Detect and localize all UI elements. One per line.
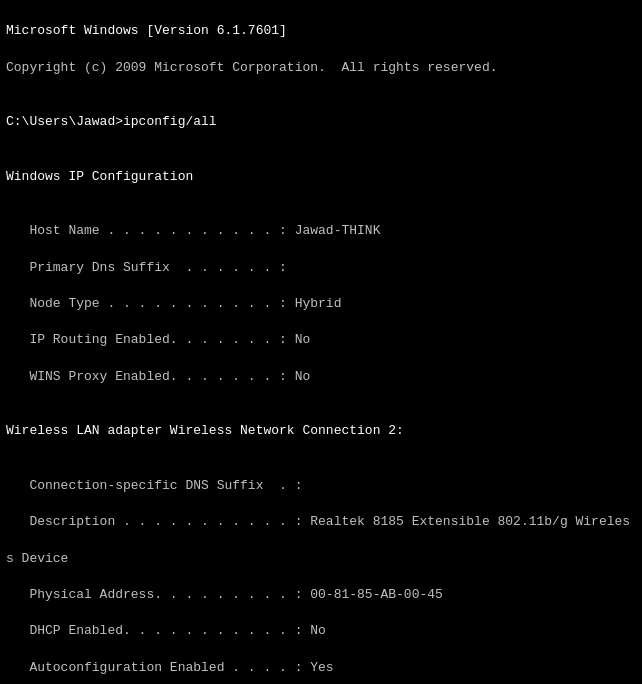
- terminal-line-18: Physical Address. . . . . . . . . : 00-8…: [6, 586, 636, 604]
- terminal-line-17: s Device: [6, 550, 636, 568]
- terminal-line-11: WINS Proxy Enabled. . . . . . . : No: [6, 368, 636, 386]
- terminal-line-3: C:\Users\Jawad>ipconfig/all: [6, 113, 636, 131]
- terminal-window: Microsoft Windows [Version 6.1.7601] Cop…: [0, 0, 642, 684]
- terminal-line-1: Copyright (c) 2009 Microsoft Corporation…: [6, 59, 636, 77]
- terminal-line-20: Autoconfiguration Enabled . . . . : Yes: [6, 659, 636, 677]
- terminal-line-5: Windows IP Configuration: [6, 168, 636, 186]
- terminal-line-15: Connection-specific DNS Suffix . :: [6, 477, 636, 495]
- terminal-line-9: Node Type . . . . . . . . . . . : Hybrid: [6, 295, 636, 313]
- terminal-line-7: Host Name . . . . . . . . . . . : Jawad-…: [6, 222, 636, 240]
- terminal-line-0: Microsoft Windows [Version 6.1.7601]: [6, 22, 636, 40]
- terminal-line-8: Primary Dns Suffix . . . . . . :: [6, 259, 636, 277]
- terminal-line-19: DHCP Enabled. . . . . . . . . . . : No: [6, 622, 636, 640]
- terminal-line-16: Description . . . . . . . . . . . : Real…: [6, 513, 636, 531]
- terminal-line-13: Wireless LAN adapter Wireless Network Co…: [6, 422, 636, 440]
- terminal-line-10: IP Routing Enabled. . . . . . . : No: [6, 331, 636, 349]
